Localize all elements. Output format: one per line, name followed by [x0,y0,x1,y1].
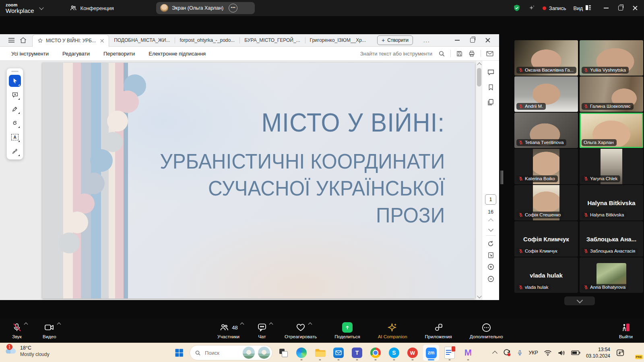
zoom-app-active[interactable]: zm [423,345,439,361]
language-indicator[interactable]: УКР [528,350,538,356]
create-button[interactable]: +Створити [377,35,413,45]
draw-tool-icon[interactable] [9,117,21,129]
apps-button[interactable]: Приложения [425,322,452,339]
print-icon[interactable] [468,50,475,57]
pdf-tab[interactable]: БУРА_МІСТО_ГЕРОЙ_... [239,35,305,46]
pdf-reader-app[interactable] [442,345,458,361]
drag-handle[interactable] [11,71,19,72]
page-number-input[interactable]: 1 [485,194,496,205]
chat-button[interactable]: Чат [257,322,267,339]
mail-app[interactable] [330,345,347,361]
bookmark-panel-icon[interactable] [487,84,494,91]
select-tool-icon[interactable] [9,75,21,87]
search-input[interactable] [204,350,239,356]
pdf-restore-icon[interactable] [470,38,475,43]
participant-tile[interactable]: Галина Шовкопляс [580,76,643,112]
tab-overflow-button[interactable]: ... [423,37,430,43]
participant-tile-active-speaker[interactable]: Ольга Харлан [580,113,643,148]
participant-tile[interactable]: Софія Стешенко [514,185,578,220]
comment-tool-icon[interactable] [9,89,21,101]
mail-icon[interactable] [486,51,493,57]
pages-panel-icon[interactable] [487,99,494,106]
participant-tile[interactable]: Оксана Василівна Га... [514,40,578,76]
file-explorer-app[interactable] [312,345,328,361]
participant-tile[interactable]: Софія Климчук Софія Климчук [514,221,578,257]
text-select-tool-icon[interactable]: A [9,131,21,143]
scroll-down-icon[interactable] [477,294,481,298]
notification-bell-icon[interactable] [616,348,625,357]
star-icon[interactable] [37,38,43,43]
participant-tile[interactable]: vlada hulak vlada hulak [514,257,578,293]
wifi-icon[interactable] [544,350,552,356]
zoom-out-icon[interactable] [487,275,495,283]
participant-tile[interactable]: Yuliia Vyshnytska [580,40,643,76]
highlight-tool-icon[interactable] [9,103,21,115]
minimize-icon[interactable] [604,8,609,8]
m-app[interactable]: M [460,345,476,361]
ellipsis-icon[interactable]: ••• [229,4,237,12]
menu-edit[interactable]: Редагувати [62,51,90,57]
view-button[interactable]: Вид [573,5,591,11]
search-highlight-image[interactable] [258,347,270,359]
tray-chevron-icon[interactable] [493,351,498,356]
home-icon[interactable] [20,37,27,43]
participant-tile[interactable]: Заблоцька Ана... Заблоцька Анастасія [580,221,643,257]
chrome-app[interactable] [367,345,384,361]
find-input[interactable] [353,50,433,57]
tab-meeting[interactable]: Конференция [70,4,114,12]
pdf-close-icon[interactable] [485,38,490,43]
pdf-minimize-icon[interactable] [455,40,460,41]
pdf-tab[interactable]: Григоренко_ІЗЮМ__Хр... [305,35,371,46]
clock[interactable]: 13:54 03.10.2024 [586,346,610,359]
skype-app[interactable]: S [386,345,402,361]
page-down-icon[interactable] [488,226,493,232]
taskbar-search[interactable] [190,345,272,360]
menu-convert[interactable]: Перетворити [103,51,135,57]
fit-page-icon[interactable] [487,252,494,259]
chevron-down-icon[interactable] [39,5,43,10]
copilot-icon[interactable]: PRE [630,348,641,358]
share-button[interactable]: Поделиться [334,322,360,339]
more-button[interactable]: Дополнительно [470,322,503,339]
scroll-up-icon[interactable] [477,62,481,67]
scrollbar-thumb[interactable] [477,68,481,86]
chevron-up-icon[interactable] [24,323,28,327]
participant-tile[interactable]: Tetiana Tveritinova [514,113,578,148]
sidebar-resize-handle[interactable] [501,171,503,184]
hamburger-icon[interactable] [8,37,15,43]
wps-app[interactable]: W [405,345,421,361]
zoom-in-icon[interactable] [487,263,495,271]
participants-button[interactable]: 48 Участники [217,322,239,339]
chevron-up-icon[interactable] [269,323,273,327]
pdf-tab-active[interactable]: МІСТО У ВІЙНІ: УРБ... [32,35,109,47]
restore-icon[interactable] [618,6,623,10]
participant-tile[interactable]: Andrii M. [514,76,578,112]
leave-button[interactable]: Выйти [619,322,633,339]
start-button[interactable] [171,345,187,361]
react-button[interactable]: Отреагировать [285,322,317,339]
participant-tile[interactable]: Anna Bohatyrova [580,257,643,293]
pdf-document-area[interactable]: МІСТО У ВІЙНІ: УРБАНІСТИЧНІ КООРДИНАТИ С… [0,61,499,300]
audio-button[interactable]: Звук [12,322,22,339]
shield-check-icon[interactable] [513,4,521,12]
search-icon[interactable] [438,50,445,57]
tab-screen-share[interactable]: Экран (Ольга Харлан) ••• [156,2,255,14]
tab-close-icon[interactable] [100,39,104,43]
edge-app[interactable] [293,345,310,361]
video-button[interactable]: Видео [43,322,56,339]
weather-widget[interactable]: 1 18°C Mostly cloudy [4,345,50,358]
tray-mic-icon[interactable] [517,349,523,357]
sign-tool-icon[interactable] [9,145,21,157]
menu-all-tools[interactable]: Усі інструменти [11,51,49,57]
screen-record-icon[interactable] [502,348,511,357]
menu-esign[interactable]: Електронне підписання [149,51,206,57]
sparkle-icon[interactable] [528,4,535,12]
comment-panel-icon[interactable] [487,69,495,76]
chevron-up-icon[interactable] [57,323,61,327]
participant-tile[interactable]: Katerina Boiko [514,149,578,184]
task-view-button[interactable] [275,345,291,361]
record-indicator[interactable]: Запись [543,5,566,11]
teams-app[interactable]: T [349,345,365,361]
save-icon[interactable] [456,50,463,57]
chevron-up-icon[interactable] [308,323,312,327]
